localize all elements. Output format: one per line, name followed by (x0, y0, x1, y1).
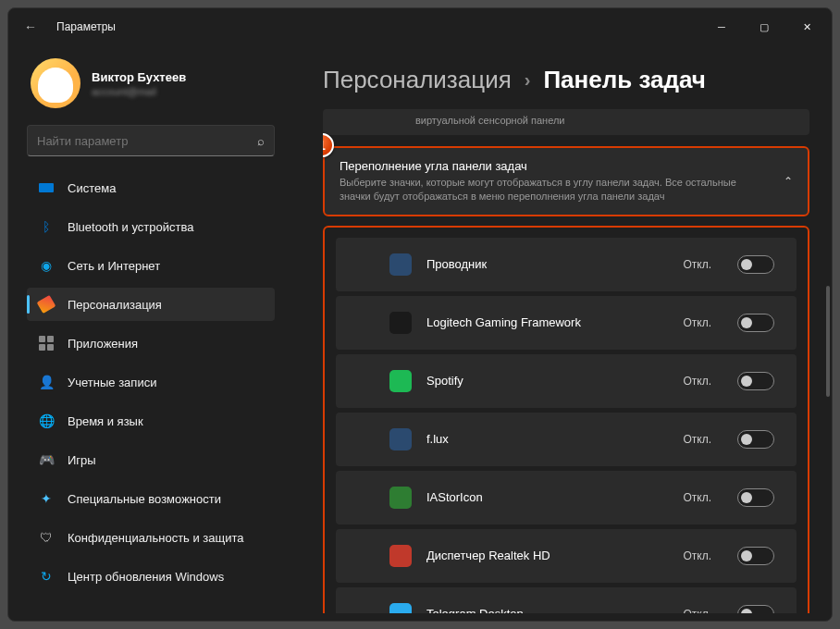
toggle-state-label: Откл. (683, 258, 711, 271)
toggle-state-label: Откл. (683, 375, 711, 388)
user-sub: account@mail (92, 86, 186, 97)
app-icon (389, 312, 412, 334)
main: Персонализация › Панель задач виртуально… (286, 45, 832, 621)
search-icon: ⌕ (257, 134, 265, 148)
app-name: Spotify (426, 374, 668, 388)
breadcrumb-current: Панель задач (543, 66, 706, 94)
app-row: IAStorIcon Откл. (336, 471, 797, 524)
close-button[interactable]: ✕ (785, 8, 828, 45)
app-icon (389, 545, 412, 567)
app-icon (389, 428, 412, 450)
app-row: Logitech Gaming Framework Откл. (336, 296, 797, 350)
sidebar-item-games[interactable]: 🎮 Игры (27, 443, 275, 476)
app-row: Spotify Откл. (336, 354, 797, 408)
sidebar-item-label: Конфиденциальность и защита (68, 531, 244, 545)
breadcrumb: Персонализация › Панель задач (323, 45, 815, 109)
content: виртуальной сенсорной панели 1 Переполне… (323, 109, 815, 613)
bluetooth-icon: ᛒ (38, 218, 55, 235)
sidebar-item-system[interactable]: Система (27, 171, 275, 204)
app-name: Проводник (426, 257, 668, 271)
app-name: Telegram Desktop (426, 607, 668, 613)
sidebar-item-label: Игры (68, 453, 96, 467)
app-name: Диспетчер Realtek HD (426, 549, 668, 562)
section-title: Переполнение угла панели задач (340, 159, 737, 173)
annotation-badge-1: 1 (323, 133, 334, 157)
toggle-state-label: Откл. (683, 316, 711, 329)
toggle-switch[interactable] (737, 314, 774, 332)
accessibility-icon: ✦ (38, 490, 55, 507)
app-name: Logitech Gaming Framework (426, 315, 668, 329)
sidebar-item-network[interactable]: ◉ Сеть и Интернет (27, 249, 275, 282)
overflow-apps-list: 2 Проводник Откл. Logitech Gaming Framew… (323, 226, 809, 613)
toggle-switch[interactable] (737, 430, 774, 449)
toggle-state-label: Откл. (683, 549, 711, 562)
sidebar-item-apps[interactable]: Приложения (27, 327, 275, 360)
settings-window: ← Параметры ─ ▢ ✕ Виктор Бухтеев account… (7, 7, 833, 622)
partial-row: виртуальной сенсорной панели (323, 109, 809, 135)
toggle-state-label: Откл. (683, 608, 711, 613)
brush-icon (38, 296, 55, 313)
sidebar-item-label: Bluetooth и устройства (68, 220, 193, 234)
sidebar-item-privacy[interactable]: 🛡 Конфиденциальность и защита (27, 521, 275, 554)
toggle-state-label: Откл. (683, 491, 711, 504)
overflow-section-header[interactable]: 1 Переполнение угла панели задач Выберит… (323, 146, 809, 216)
apps-icon (38, 335, 55, 352)
sidebar-item-accessibility[interactable]: ✦ Специальные возможности (27, 482, 275, 515)
user-name: Виктор Бухтеев (92, 70, 186, 84)
chevron-up-icon: ⌃ (784, 175, 793, 188)
system-icon (38, 179, 55, 196)
chevron-right-icon: › (525, 69, 531, 91)
sidebar-item-label: Центр обновления Windows (68, 570, 224, 584)
app-row: f.lux Откл. (336, 413, 797, 466)
gamepad-icon: 🎮 (38, 451, 55, 468)
toggle-switch[interactable] (737, 605, 774, 613)
avatar (31, 58, 80, 108)
toggle-switch[interactable] (737, 372, 774, 390)
app-row: Диспетчер Realtek HD Откл. (336, 529, 797, 583)
sidebar-item-label: Приложения (68, 337, 138, 351)
app-row: Telegram Desktop Откл. (336, 587, 797, 613)
app-row: Проводник Откл. (336, 238, 797, 291)
back-button[interactable]: ← (12, 8, 49, 45)
window-controls: ─ ▢ ✕ (700, 8, 828, 45)
window-title: Параметры (56, 20, 116, 33)
app-name: IAStorIcon (426, 490, 668, 504)
toggle-switch[interactable] (737, 488, 774, 507)
scrollbar[interactable] (826, 286, 830, 397)
search-box[interactable]: ⌕ (27, 125, 275, 156)
sidebar-item-label: Учетные записи (68, 376, 156, 389)
minimize-button[interactable]: ─ (700, 8, 743, 45)
breadcrumb-root[interactable]: Персонализация (323, 66, 512, 94)
titlebar: ← Параметры ─ ▢ ✕ (8, 8, 832, 45)
section-desc: Выберите значки, которые могут отображат… (340, 176, 737, 204)
sidebar-item-label: Персонализация (68, 298, 162, 312)
wifi-icon: ◉ (38, 257, 55, 274)
sidebar-item-label: Время и язык (68, 414, 143, 428)
user-row[interactable]: Виктор Бухтеев account@mail (27, 53, 275, 117)
toggle-switch[interactable] (737, 255, 774, 274)
sidebar-item-update[interactable]: ↻ Центр обновления Windows (27, 560, 275, 593)
sidebar-item-label: Система (68, 181, 116, 195)
sidebar-item-time[interactable]: 🌐 Время и язык (27, 404, 275, 438)
app-icon (389, 253, 412, 276)
sidebar-item-accounts[interactable]: 👤 Учетные записи (27, 365, 275, 399)
maximize-button[interactable]: ▢ (743, 8, 785, 45)
sidebar-item-label: Специальные возможности (68, 492, 221, 506)
toggle-switch[interactable] (737, 547, 774, 565)
body: Виктор Бухтеев account@mail ⌕ Система ᛒ … (8, 45, 832, 621)
sidebar-item-label: Сеть и Интернет (68, 259, 160, 273)
shield-icon: 🛡 (38, 529, 55, 546)
sidebar: Виктор Бухтеев account@mail ⌕ Система ᛒ … (8, 45, 286, 621)
app-icon (389, 370, 412, 392)
toggle-state-label: Откл. (683, 433, 711, 446)
search-input[interactable] (37, 134, 257, 148)
sidebar-item-personalization[interactable]: Персонализация (27, 288, 275, 321)
globe-icon: 🌐 (38, 413, 55, 429)
update-icon: ↻ (38, 568, 55, 585)
app-icon (389, 603, 412, 613)
sidebar-item-bluetooth[interactable]: ᛒ Bluetooth и устройства (27, 210, 275, 243)
app-icon (389, 487, 412, 509)
user-icon: 👤 (38, 374, 55, 390)
app-name: f.lux (426, 432, 668, 446)
